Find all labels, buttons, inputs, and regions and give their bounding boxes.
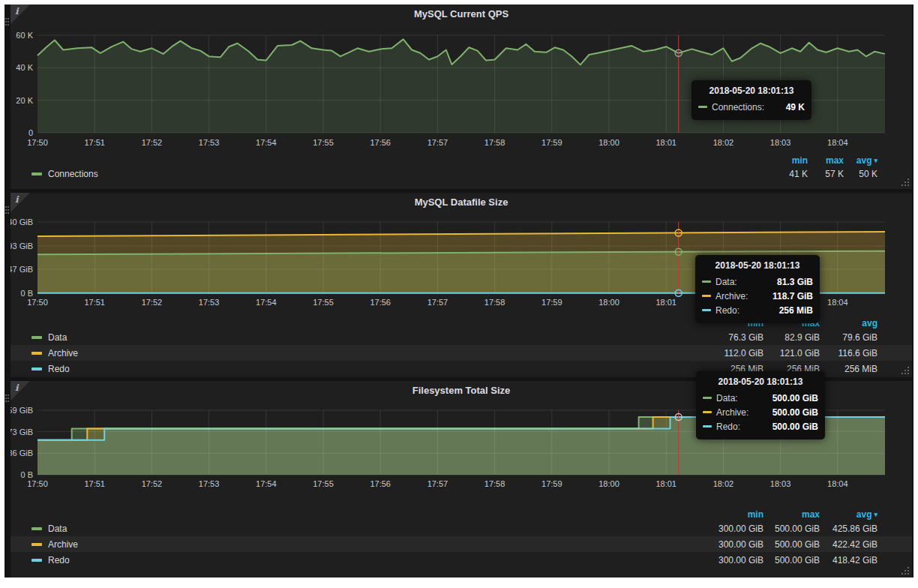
legend-row-archive: Archive300.00 GiB500.00 GiB422.42 GiB	[10, 536, 912, 552]
tooltip-row: Data:81.3 GiB	[702, 274, 813, 289]
tooltip-row: Redo:256 MiB	[702, 303, 813, 317]
stat-header-avg[interactable]: avg▾	[844, 155, 878, 166]
svg-text:373 GiB: 373 GiB	[10, 428, 33, 436]
stat-header-avg[interactable]: avg▾	[820, 509, 878, 520]
svg-text:18:00: 18:00	[598, 298, 620, 307]
legend-label[interactable]: Archive	[48, 348, 78, 358]
svg-text:17:54: 17:54	[256, 479, 277, 488]
svg-text:17:51: 17:51	[84, 479, 105, 488]
tooltip-timestamp: 2018-05-20 18:01:13	[698, 86, 805, 96]
panel-info-corner[interactable]: i	[10, 4, 30, 24]
panel-title[interactable]: MySQL Datafile Size	[10, 196, 912, 208]
stat-max-value: 57 K	[808, 169, 844, 179]
tooltip-filesystem: 2018-05-20 18:01:13 Data:500.00 GiBArchi…	[696, 371, 825, 440]
svg-text:18:04: 18:04	[827, 138, 848, 147]
svg-text:17:50: 17:50	[27, 479, 48, 488]
tooltip-row: Connections:49 K	[698, 100, 805, 114]
tooltip-datafile: 2018-05-20 18:01:13 Data:81.3 GiBArchive…	[695, 255, 820, 323]
svg-text:17:59: 17:59	[542, 479, 562, 488]
panel-drag-handle-icon[interactable]	[5, 206, 10, 215]
legend-label[interactable]: Data	[48, 332, 67, 343]
resize-handle-icon[interactable]	[902, 178, 910, 187]
svg-text:17:53: 17:53	[199, 298, 220, 307]
stat-avg-value: 418.42 GiB	[820, 555, 878, 566]
x-axis-labels: 17:5017:5117:5217:5317:5417:5517:5617:57…	[27, 138, 848, 147]
stat-avg-value: 256 MiB	[820, 364, 878, 374]
svg-text:17:52: 17:52	[142, 138, 163, 147]
svg-text:18:01: 18:01	[656, 479, 676, 488]
panel-info-corner[interactable]: i	[10, 381, 30, 400]
stat-min-value: 300.00 GiB	[696, 555, 764, 566]
svg-text:17:50: 17:50	[27, 298, 48, 307]
legend-label[interactable]: Data	[48, 524, 67, 534]
legend-filesystem: minmaxavg▾Data300.00 GiB500.00 GiB425.86…	[10, 508, 912, 568]
tooltip-series-dash-icon	[702, 309, 711, 311]
tooltip-series-dash-icon	[703, 397, 712, 399]
svg-text:559 GiB: 559 GiB	[10, 406, 33, 415]
tooltip-row: Redo:500.00 GiB	[703, 419, 818, 434]
tooltip-series-value: 49 K	[777, 102, 805, 112]
svg-text:18:00: 18:00	[598, 138, 620, 147]
stat-header-avg[interactable]: avg	[820, 318, 878, 328]
x-axis-labels: 17:5017:5117:5217:5317:5417:5517:5617:57…	[27, 479, 848, 488]
stat-min-value: 300.00 GiB	[696, 539, 764, 550]
svg-text:18:02: 18:02	[713, 138, 734, 147]
tooltip-row: Archive:118.7 GiB	[702, 289, 813, 303]
svg-text:17:54: 17:54	[256, 298, 277, 307]
resize-handle-icon[interactable]	[902, 367, 910, 375]
stat-max-value: 121.0 GiB	[764, 348, 820, 358]
legend-label[interactable]: Archive	[48, 539, 78, 550]
svg-text:17:57: 17:57	[428, 138, 448, 147]
svg-text:0 B: 0 B	[20, 289, 33, 298]
tooltip-series-label: Redo:	[716, 422, 740, 432]
svg-text:18:04: 18:04	[827, 298, 848, 307]
resize-handle-icon[interactable]	[902, 567, 910, 575]
tooltip-series-value: 500.00 GiB	[764, 407, 818, 418]
stat-header-min[interactable]: min	[763, 155, 808, 166]
stat-avg-value: 425.86 GiB	[820, 524, 878, 534]
legend-row-redo: Redo300.00 GiB500.00 GiB418.42 GiB	[10, 552, 912, 568]
svg-text:18:03: 18:03	[770, 138, 791, 147]
panel-drag-handle-icon[interactable]	[5, 394, 10, 404]
svg-text:17:51: 17:51	[84, 298, 105, 307]
tooltip-series-value: 81.3 GiB	[768, 277, 813, 287]
tooltip-series-dash-icon	[698, 106, 707, 108]
stat-header-max[interactable]: max	[808, 155, 844, 166]
stat-max-value: 500.00 GiB	[764, 555, 820, 566]
svg-text:18:01: 18:01	[656, 138, 676, 147]
svg-text:17:58: 17:58	[484, 479, 506, 488]
tooltip-qps: 2018-05-20 18:01:13 Connections:49 K	[692, 80, 812, 120]
svg-text:20 K: 20 K	[16, 96, 33, 105]
stat-header-max[interactable]: max	[764, 509, 820, 520]
panel-drag-handle-icon[interactable]	[5, 18, 10, 27]
tooltip-series-label: Data:	[716, 393, 738, 404]
svg-text:17:56: 17:56	[370, 138, 391, 147]
svg-text:17:56: 17:56	[370, 479, 391, 488]
svg-text:0: 0	[28, 128, 33, 137]
tooltip-series-label: Redo:	[716, 305, 740, 316]
legend-label[interactable]: Redo	[48, 555, 70, 566]
svg-text:17:59: 17:59	[542, 138, 562, 147]
sort-caret-icon: ▾	[874, 157, 878, 164]
y-axis-labels: 0 B47 GiB93 GiB140 GiB	[10, 218, 33, 298]
stat-min-value: 112.0 GiB	[696, 348, 764, 358]
stat-header-min[interactable]: min	[696, 509, 764, 520]
legend-datafile: minmaxavgData76.3 GiB82.9 GiB79.6 GiBArc…	[10, 317, 912, 376]
svg-text:60 K: 60 K	[16, 31, 33, 40]
legend-label[interactable]: Connections	[48, 169, 98, 179]
svg-text:17:58: 17:58	[484, 298, 506, 307]
stat-min-value: 41 K	[763, 169, 808, 179]
tooltip-series-dash-icon	[702, 280, 711, 283]
tooltip-series-label: Connections:	[712, 102, 764, 112]
tooltip-series-dash-icon	[703, 425, 712, 428]
stat-avg-value: 116.6 GiB	[820, 348, 878, 358]
legend-label[interactable]: Redo	[48, 364, 70, 374]
panel-title[interactable]: MySQL Current QPS	[10, 8, 912, 20]
legend-stats-header: minmaxavg▾	[10, 508, 912, 520]
tooltip-series-value: 118.7 GiB	[764, 291, 813, 302]
panel-info-corner[interactable]: i	[10, 193, 30, 212]
tooltip-series-dash-icon	[702, 295, 711, 297]
info-icon: i	[15, 6, 19, 16]
stat-min-value: 76.3 GiB	[696, 332, 764, 343]
tooltip-series-label: Data:	[716, 277, 737, 287]
